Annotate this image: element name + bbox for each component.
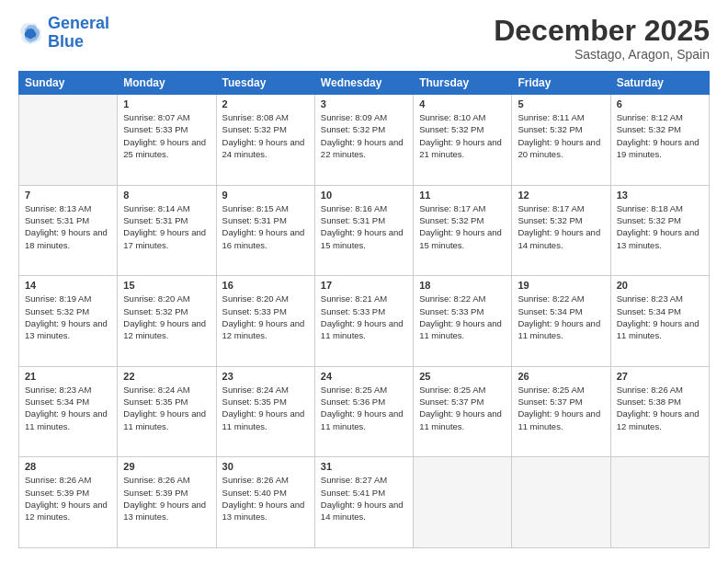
week-row: 14Sunrise: 8:19 AMSunset: 5:32 PMDayligh… [19,276,710,367]
day-info: Sunrise: 8:24 AMSunset: 5:35 PMDaylight:… [123,384,210,432]
calendar-cell: 12Sunrise: 8:17 AMSunset: 5:32 PMDayligh… [512,185,610,276]
day-info: Sunrise: 8:26 AMSunset: 5:38 PMDaylight:… [617,384,703,432]
day-info: Sunrise: 8:09 AMSunset: 5:32 PMDaylight:… [321,111,407,160]
day-number: 12 [518,190,604,201]
weekday-header: Sunday [19,72,118,95]
day-info: Sunrise: 8:26 AMSunset: 5:39 PMDaylight:… [25,474,111,523]
day-info: Sunrise: 8:27 AMSunset: 5:41 PMDaylight:… [321,474,407,523]
logo-icon [18,20,44,46]
day-number: 24 [321,371,407,382]
day-number: 23 [222,371,309,382]
main-title: December 2025 [494,15,710,47]
day-info: Sunrise: 8:21 AMSunset: 5:33 PMDaylight:… [321,293,407,341]
day-number: 14 [25,280,111,291]
day-number: 29 [123,461,210,472]
weekday-header: Saturday [610,72,709,95]
calendar-cell: 29Sunrise: 8:26 AMSunset: 5:39 PMDayligh… [118,457,216,548]
calendar-cell [19,95,118,186]
logo-line1: General [48,14,109,32]
day-number: 10 [321,190,407,201]
subtitle: Sastago, Aragon, Spain [494,47,710,62]
day-info: Sunrise: 8:19 AMSunset: 5:32 PMDaylight:… [25,293,111,341]
weekday-header: Monday [118,72,216,95]
week-row: 28Sunrise: 8:26 AMSunset: 5:39 PMDayligh… [19,457,710,548]
day-info: Sunrise: 8:15 AMSunset: 5:31 PMDaylight:… [222,202,309,251]
day-info: Sunrise: 8:14 AMSunset: 5:31 PMDaylight:… [123,202,210,251]
day-number: 17 [321,280,407,291]
day-number: 7 [25,190,111,201]
day-info: Sunrise: 8:10 AMSunset: 5:32 PMDaylight:… [419,111,506,160]
day-number: 1 [123,98,210,109]
calendar-cell: 9Sunrise: 8:15 AMSunset: 5:31 PMDaylight… [216,185,314,276]
calendar-page: General Blue December 2025 Sastago, Arag… [0,0,728,563]
calendar-cell: 30Sunrise: 8:26 AMSunset: 5:40 PMDayligh… [216,457,314,548]
day-number: 20 [617,280,703,291]
day-info: Sunrise: 8:25 AMSunset: 5:37 PMDaylight:… [518,384,604,432]
calendar-table: SundayMondayTuesdayWednesdayThursdayFrid… [18,71,710,548]
week-row: 7Sunrise: 8:13 AMSunset: 5:31 PMDaylight… [19,185,710,276]
calendar-cell: 19Sunrise: 8:22 AMSunset: 5:34 PMDayligh… [512,276,610,367]
calendar-cell: 23Sunrise: 8:24 AMSunset: 5:35 PMDayligh… [216,366,314,457]
day-info: Sunrise: 8:25 AMSunset: 5:36 PMDaylight:… [321,384,407,432]
calendar-cell: 7Sunrise: 8:13 AMSunset: 5:31 PMDaylight… [19,185,118,276]
calendar-cell: 25Sunrise: 8:25 AMSunset: 5:37 PMDayligh… [414,366,512,457]
calendar-cell: 8Sunrise: 8:14 AMSunset: 5:31 PMDaylight… [118,185,216,276]
calendar-cell: 14Sunrise: 8:19 AMSunset: 5:32 PMDayligh… [19,276,118,367]
day-number: 25 [419,371,506,382]
weekday-header: Tuesday [216,72,314,95]
day-number: 16 [222,280,309,291]
day-info: Sunrise: 8:07 AMSunset: 5:33 PMDaylight:… [123,111,210,160]
day-info: Sunrise: 8:20 AMSunset: 5:33 PMDaylight:… [222,293,309,341]
day-info: Sunrise: 8:23 AMSunset: 5:34 PMDaylight:… [25,384,111,432]
day-number: 26 [518,371,604,382]
day-number: 18 [419,280,506,291]
day-info: Sunrise: 8:25 AMSunset: 5:37 PMDaylight:… [419,384,506,432]
day-number: 31 [321,461,407,472]
day-number: 15 [123,280,210,291]
calendar-cell: 1Sunrise: 8:07 AMSunset: 5:33 PMDaylight… [118,95,216,186]
day-number: 9 [222,190,309,201]
calendar-cell: 18Sunrise: 8:22 AMSunset: 5:33 PMDayligh… [414,276,512,367]
day-number: 21 [25,371,111,382]
week-row: 1Sunrise: 8:07 AMSunset: 5:33 PMDaylight… [19,95,710,186]
weekday-header: Friday [512,72,610,95]
day-number: 27 [617,371,703,382]
day-number: 11 [419,190,506,201]
weekday-header-row: SundayMondayTuesdayWednesdayThursdayFrid… [19,72,710,95]
calendar-cell: 6Sunrise: 8:12 AMSunset: 5:32 PMDaylight… [610,95,709,186]
calendar-cell: 17Sunrise: 8:21 AMSunset: 5:33 PMDayligh… [314,276,413,367]
weekday-header: Wednesday [314,72,413,95]
day-number: 5 [518,98,604,109]
calendar-cell: 15Sunrise: 8:20 AMSunset: 5:32 PMDayligh… [118,276,216,367]
day-info: Sunrise: 8:22 AMSunset: 5:33 PMDaylight:… [419,293,506,341]
calendar-cell [610,457,709,548]
day-info: Sunrise: 8:23 AMSunset: 5:34 PMDaylight:… [617,293,703,341]
calendar-cell: 3Sunrise: 8:09 AMSunset: 5:32 PMDaylight… [314,95,413,186]
day-number: 30 [222,461,309,472]
day-number: 3 [321,98,407,109]
calendar-cell: 31Sunrise: 8:27 AMSunset: 5:41 PMDayligh… [314,457,413,548]
day-info: Sunrise: 8:11 AMSunset: 5:32 PMDaylight:… [518,111,604,160]
day-info: Sunrise: 8:08 AMSunset: 5:32 PMDaylight:… [222,111,309,160]
day-info: Sunrise: 8:24 AMSunset: 5:35 PMDaylight:… [222,384,309,432]
day-number: 19 [518,280,604,291]
calendar-cell: 28Sunrise: 8:26 AMSunset: 5:39 PMDayligh… [19,457,118,548]
calendar-cell: 26Sunrise: 8:25 AMSunset: 5:37 PMDayligh… [512,366,610,457]
day-info: Sunrise: 8:20 AMSunset: 5:32 PMDaylight:… [123,293,210,341]
day-number: 22 [123,371,210,382]
calendar-cell: 20Sunrise: 8:23 AMSunset: 5:34 PMDayligh… [610,276,709,367]
day-number: 2 [222,98,309,109]
calendar-cell: 5Sunrise: 8:11 AMSunset: 5:32 PMDaylight… [512,95,610,186]
day-info: Sunrise: 8:17 AMSunset: 5:32 PMDaylight:… [419,202,506,251]
weekday-header: Thursday [414,72,512,95]
logo: General Blue [18,15,109,52]
calendar-cell: 24Sunrise: 8:25 AMSunset: 5:36 PMDayligh… [314,366,413,457]
day-number: 6 [617,98,703,109]
calendar-cell: 22Sunrise: 8:24 AMSunset: 5:35 PMDayligh… [118,366,216,457]
calendar-cell: 4Sunrise: 8:10 AMSunset: 5:32 PMDaylight… [414,95,512,186]
day-info: Sunrise: 8:17 AMSunset: 5:32 PMDaylight:… [518,202,604,251]
calendar-cell: 21Sunrise: 8:23 AMSunset: 5:34 PMDayligh… [19,366,118,457]
calendar-cell: 27Sunrise: 8:26 AMSunset: 5:38 PMDayligh… [610,366,709,457]
calendar-cell: 2Sunrise: 8:08 AMSunset: 5:32 PMDaylight… [216,95,314,186]
day-info: Sunrise: 8:22 AMSunset: 5:34 PMDaylight:… [518,293,604,341]
